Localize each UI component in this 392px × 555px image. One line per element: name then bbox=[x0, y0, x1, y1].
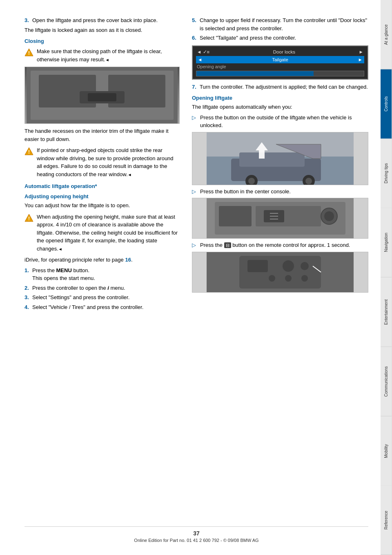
step-5-text: Change to upper field if necessary. Turn… bbox=[200, 16, 368, 32]
closing-warning-text: Make sure that the closing path of the l… bbox=[37, 47, 180, 63]
idrive-page-link[interactable]: 16 bbox=[125, 257, 131, 263]
adjust-warning-box: ! When adjusting the opening height, mak… bbox=[24, 213, 180, 253]
liftgate-open-image bbox=[192, 132, 368, 185]
adjusting-opening-height-heading: Adjusting opening height bbox=[24, 193, 180, 199]
two-column-layout: 3. Open the liftgate and press the cover… bbox=[24, 16, 368, 518]
screen-row-doorlocks-left: ◄ ✓≡ bbox=[197, 49, 209, 55]
screen-row-tailgate-left: ◄ bbox=[198, 57, 202, 62]
bullet-2: ▷ Press the button in the center console… bbox=[192, 188, 368, 196]
closing-warning-box: ! Make sure that the closing path of the… bbox=[24, 47, 180, 63]
bullet-arrow-1: ▷ bbox=[192, 114, 197, 130]
step-3-number: 3. bbox=[24, 16, 30, 25]
sharp-warning-box: ! If pointed or sharp-edged objects coul… bbox=[24, 146, 180, 178]
after-step3-text: The liftgate is locked again as soon as … bbox=[24, 26, 180, 34]
step-5-num: 5. bbox=[192, 16, 198, 32]
sidebar-tab-controls[interactable]: Controls bbox=[381, 69, 392, 139]
screen-row-tailgate-right: ► bbox=[358, 57, 363, 62]
screen-opening-angle: Opening angle bbox=[196, 63, 364, 70]
step-4-num: 4. bbox=[24, 303, 30, 311]
step-2-text: Press the controller to open the i menu. bbox=[32, 284, 125, 292]
svg-point-22 bbox=[305, 178, 312, 184]
svg-rect-35 bbox=[247, 260, 268, 272]
step-6-num: 6. bbox=[192, 34, 198, 42]
svg-rect-18 bbox=[259, 150, 265, 159]
step-3b: 3. Select "Settings" and press the contr… bbox=[24, 293, 180, 302]
img-caption: The handle recesses on the interior trim… bbox=[24, 127, 180, 143]
svg-point-38 bbox=[269, 275, 275, 282]
opening-liftgate-heading: Opening liftgate bbox=[192, 95, 368, 101]
step-3b-text: Select "Settings" and press the controll… bbox=[32, 293, 129, 302]
step-3: 3. Open the liftgate and press the cover… bbox=[24, 16, 180, 25]
svg-rect-7 bbox=[88, 93, 116, 101]
bullet-1-text: Press the button on the outside of the l… bbox=[200, 114, 368, 130]
step-6: 6. Select "Tailgate" and press the contr… bbox=[192, 34, 368, 42]
bullet-3-text: Press the ⊟ button on the remote control… bbox=[200, 241, 350, 249]
step-4: 4. Select "Vehicle / Tires" and press th… bbox=[24, 303, 180, 311]
step-2: 2. Press the controller to open the i me… bbox=[24, 284, 180, 292]
sidebar-tab-communications[interactable]: Communications bbox=[381, 347, 392, 416]
idrive-ref: iDrive, for operating principle refer to… bbox=[24, 256, 180, 264]
interior-liftgate-image bbox=[24, 67, 180, 124]
svg-point-39 bbox=[285, 275, 292, 282]
step-1-num: 1. bbox=[24, 266, 30, 282]
sidebar-tab-driving-tips[interactable]: Driving tips bbox=[381, 139, 392, 208]
step-1-text: Press the MENU button.This opens the sta… bbox=[32, 266, 95, 282]
left-column: 3. Open the liftgate and press the cover… bbox=[24, 16, 180, 518]
main-content: 3. Open the liftgate and press the cover… bbox=[0, 0, 381, 555]
closing-heading: Closing bbox=[24, 38, 180, 44]
step-3-text: Open the liftgate and press the cover ba… bbox=[32, 16, 158, 25]
svg-rect-15 bbox=[239, 152, 305, 167]
bullet-3: ▷ Press the ⊟ button on the remote contr… bbox=[192, 241, 368, 249]
warning-triangle-icon-3: ! bbox=[24, 213, 33, 222]
step-2-num: 2. bbox=[24, 284, 30, 292]
step-6-text: Select "Tailgate" and press the controll… bbox=[200, 34, 296, 42]
svg-rect-25 bbox=[219, 206, 252, 226]
sidebar: At a glance Controls Driving tips Naviga… bbox=[381, 0, 392, 555]
adjust-warning-text: When adjusting the opening height, make … bbox=[37, 213, 180, 253]
svg-text:!: ! bbox=[28, 50, 30, 56]
right-column: 5. Change to upper field if necessary. T… bbox=[192, 16, 368, 518]
page-number: 37 bbox=[24, 530, 368, 537]
footer-text: Online Edition for Part no. 01 41 2 600 … bbox=[134, 538, 258, 543]
step-3b-num: 3. bbox=[24, 293, 30, 302]
svg-point-21 bbox=[248, 178, 255, 184]
auto-liftgate-heading: Automatic liftgate operation* bbox=[24, 183, 180, 189]
step-7-text: Turn the controller. The adjustment is a… bbox=[200, 83, 368, 91]
bullet-2-text: Press the button in the center console. bbox=[200, 188, 291, 196]
screen-row-doorlocks: ◄ ✓≡ Door locks ► bbox=[196, 48, 364, 56]
warning-triangle-icon: ! bbox=[24, 48, 33, 57]
door-locks-screen: ◄ ✓≡ Door locks ► ◄ Tailgate ► Opening a… bbox=[192, 45, 368, 80]
opening-liftgate-intro: The liftgate opens automatically when yo… bbox=[192, 103, 368, 111]
step-4-text: Select "Vehicle / Tires" and press the c… bbox=[32, 303, 143, 311]
svg-point-40 bbox=[301, 275, 308, 282]
screen-row-tailgate: ◄ Tailgate ► bbox=[196, 56, 364, 63]
step-1: 1. Press the MENU button.This opens the … bbox=[24, 266, 180, 282]
sidebar-tab-reference[interactable]: Reference bbox=[381, 486, 392, 555]
screen-row-tailgate-center: Tailgate bbox=[272, 57, 288, 62]
sidebar-tab-at-a-glance[interactable]: At a glance bbox=[381, 0, 392, 69]
console-image bbox=[192, 198, 368, 239]
bullet-arrow-3: ▷ bbox=[192, 241, 197, 249]
step-5: 5. Change to upper field if necessary. T… bbox=[192, 16, 368, 32]
screen-row-doorlocks-center: Door locks bbox=[273, 49, 295, 54]
svg-point-37 bbox=[301, 262, 309, 270]
warning-triangle-icon-2: ! bbox=[24, 147, 33, 156]
adjust-intro: You can adjust how far the liftgate is t… bbox=[24, 201, 180, 210]
remote-control-image bbox=[192, 252, 368, 293]
bullet-1: ▷ Press the button on the outside of the… bbox=[192, 114, 368, 130]
svg-point-28 bbox=[324, 211, 334, 221]
bullet-arrow-2: ▷ bbox=[192, 188, 197, 196]
svg-text:!: ! bbox=[28, 149, 30, 155]
sharp-warning-text: If pointed or sharp-edged objects could … bbox=[37, 146, 180, 178]
sidebar-tab-mobility[interactable]: Mobility bbox=[381, 416, 392, 486]
svg-text:!: ! bbox=[28, 216, 30, 222]
step-7: 7. Turn the controller. The adjustment i… bbox=[192, 83, 368, 91]
page-footer: 37 Online Edition for Part no. 01 41 2 6… bbox=[24, 526, 368, 543]
sidebar-tab-navigation[interactable]: Navigation bbox=[381, 208, 392, 278]
step-7-num: 7. bbox=[192, 83, 198, 91]
screen-row-doorlocks-right: ► bbox=[359, 49, 363, 54]
sidebar-tab-entertainment[interactable]: Entertainment bbox=[381, 278, 392, 347]
svg-point-36 bbox=[282, 260, 294, 272]
